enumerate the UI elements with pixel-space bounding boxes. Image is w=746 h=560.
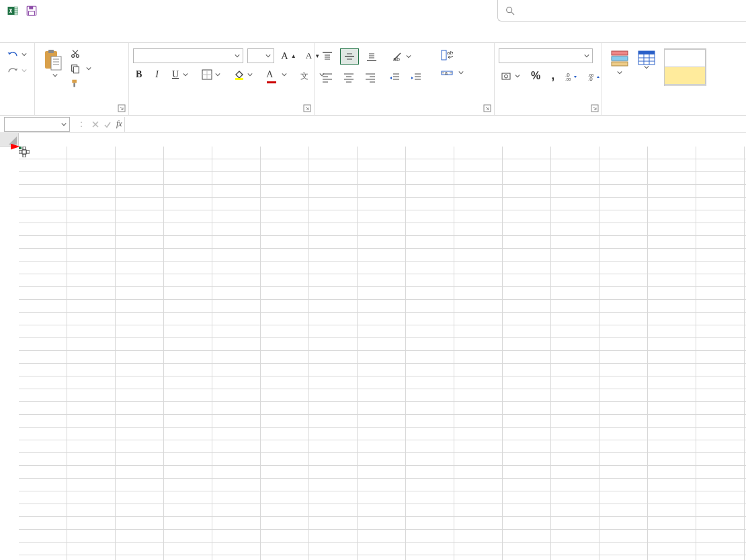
svg-rect-70 — [612, 51, 628, 55]
dialog-launcher-icon[interactable] — [591, 104, 599, 112]
copy-button[interactable] — [67, 62, 94, 75]
underline-button[interactable]: U — [169, 68, 191, 81]
group-styles — [602, 43, 746, 115]
number-format-select[interactable] — [499, 48, 593, 63]
comma-button[interactable]: , — [548, 67, 557, 84]
borders-button[interactable] — [199, 68, 223, 81]
font-size-select[interactable] — [247, 48, 274, 63]
svg-rect-11 — [48, 50, 54, 53]
svg-rect-19 — [73, 67, 79, 73]
annotation-arrow — [19, 147, 153, 281]
group-undo — [0, 43, 35, 115]
font-color-button[interactable]: A — [263, 67, 290, 82]
svg-rect-12 — [51, 56, 61, 70]
svg-point-17 — [76, 54, 79, 57]
align-middle-button[interactable] — [340, 48, 359, 65]
format-painter-button[interactable] — [67, 77, 94, 90]
chevron-down-icon — [247, 72, 253, 77]
align-left-button[interactable] — [319, 70, 336, 85]
chevron-down-icon — [22, 68, 27, 73]
svg-point-16 — [72, 54, 75, 57]
style-normal[interactable] — [664, 49, 706, 67]
fill-color-button[interactable] — [231, 68, 255, 81]
svg-point-80 — [81, 126, 82, 127]
dialog-launcher-icon[interactable] — [303, 104, 311, 112]
svg-text:ab: ab — [393, 56, 400, 63]
decrease-indent-button[interactable] — [386, 70, 403, 85]
orientation-button[interactable]: ab — [388, 49, 414, 64]
wrap-text-button[interactable]: ab — [438, 48, 466, 62]
fx-separator-icon — [80, 121, 87, 128]
chevron-down-icon — [458, 70, 464, 75]
title-bar — [0, 0, 746, 22]
cells-area[interactable] — [19, 147, 746, 560]
svg-rect-63 — [502, 73, 510, 79]
formula-bar-row: fx — [0, 116, 746, 133]
dialog-launcher-icon[interactable] — [118, 104, 126, 112]
svg-point-8 — [507, 7, 512, 12]
cancel-icon[interactable] — [91, 120, 99, 128]
align-center-button[interactable] — [340, 70, 358, 85]
selection-rectangle — [19, 147, 22, 149]
chevron-down-icon — [282, 72, 287, 77]
bold-button[interactable]: B — [133, 68, 144, 81]
decrease-decimal-button[interactable]: .00.0 — [585, 70, 603, 82]
group-font: A▲ A▼ B I U A 文 — [129, 43, 315, 115]
chevron-down-icon — [61, 122, 67, 127]
chevron-down-icon — [86, 66, 91, 71]
svg-rect-2 — [14, 9, 17, 11]
svg-rect-21 — [73, 83, 75, 87]
svg-rect-26 — [235, 78, 243, 80]
increase-font-button[interactable]: A▲ — [278, 49, 299, 63]
phonetic-guide-button[interactable]: 文 — [298, 68, 311, 81]
align-bottom-button[interactable] — [363, 49, 380, 64]
increase-indent-button[interactable] — [407, 70, 425, 85]
align-top-button[interactable] — [319, 49, 336, 64]
italic-button[interactable]: I — [153, 68, 161, 81]
fx-icon[interactable]: fx — [116, 119, 122, 129]
chevron-down-icon — [644, 65, 649, 70]
svg-rect-81 — [23, 147, 26, 150]
enter-icon[interactable] — [103, 120, 112, 128]
format-as-table-button[interactable] — [633, 46, 660, 73]
chevron-down-icon — [406, 54, 411, 59]
svg-rect-20 — [72, 80, 77, 83]
svg-rect-82 — [23, 154, 26, 157]
cut-button[interactable] — [67, 47, 94, 61]
svg-text:ab: ab — [447, 50, 453, 56]
paste-button[interactable] — [39, 46, 67, 81]
select-all-corner[interactable] — [0, 133, 19, 147]
currency-button[interactable] — [499, 69, 523, 83]
svg-rect-85 — [22, 150, 26, 154]
svg-rect-58 — [442, 50, 446, 60]
save-icon[interactable] — [26, 5, 38, 17]
svg-rect-71 — [612, 56, 628, 61]
undo-button[interactable] — [4, 48, 30, 61]
conditional-format-button[interactable] — [606, 46, 633, 78]
chevron-down-icon — [215, 72, 220, 77]
style-neutral[interactable] — [664, 67, 706, 85]
cell-styles-gallery[interactable] — [664, 48, 706, 86]
svg-point-64 — [505, 75, 508, 78]
chevron-down-icon — [265, 53, 271, 58]
svg-rect-7 — [29, 11, 35, 15]
formula-input[interactable] — [125, 117, 746, 132]
fill-handle[interactable] — [18, 146, 22, 150]
svg-text:a: a — [445, 71, 448, 75]
group-number: % , .0.00 .00.0 — [495, 43, 602, 115]
dialog-launcher-icon[interactable] — [483, 104, 491, 112]
spreadsheet-grid[interactable] — [0, 133, 746, 560]
name-box[interactable] — [4, 117, 70, 132]
percent-button[interactable]: % — [528, 69, 543, 83]
increase-decimal-button[interactable]: .0.00 — [563, 70, 580, 82]
search-box[interactable] — [497, 0, 746, 22]
align-right-button[interactable] — [362, 70, 379, 85]
font-name-select[interactable] — [133, 48, 243, 63]
redo-button[interactable] — [4, 65, 30, 77]
svg-rect-84 — [26, 151, 30, 153]
merge-center-button[interactable]: a — [438, 66, 466, 79]
chevron-down-icon — [52, 73, 58, 78]
formula-controls: fx — [78, 117, 125, 132]
ribbon-tabs — [0, 22, 746, 43]
svg-point-79 — [81, 122, 82, 123]
